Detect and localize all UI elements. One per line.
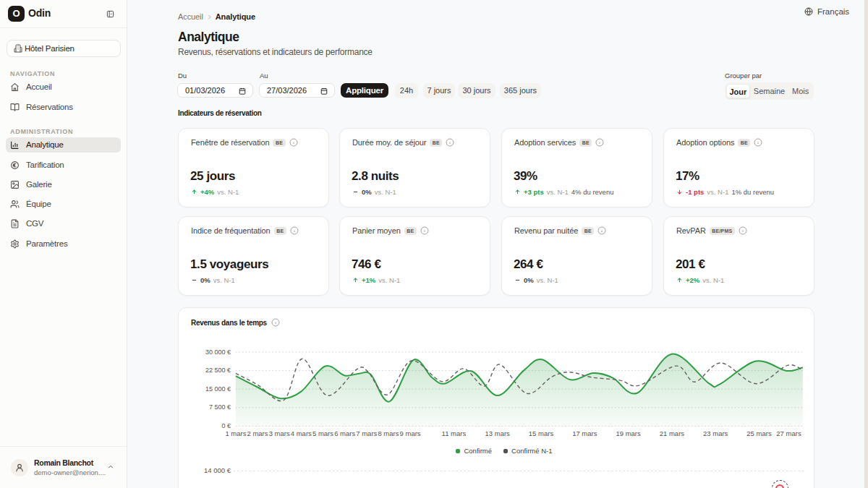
svg-text:8 mars: 8 mars <box>378 429 399 437</box>
svg-text:4 mars: 4 mars <box>291 429 312 437</box>
svg-text:7 mars: 7 mars <box>356 429 377 437</box>
svg-text:6 mars: 6 mars <box>334 429 355 437</box>
svg-text:30 000 €: 30 000 € <box>205 348 231 356</box>
svg-text:2 mars: 2 mars <box>247 429 268 437</box>
svg-text:1 mars: 1 mars <box>225 429 246 437</box>
svg-text:27 mars: 27 mars <box>776 429 801 437</box>
svg-text:17 mars: 17 mars <box>572 429 597 437</box>
svg-text:3 mars: 3 mars <box>269 429 290 437</box>
svg-text:7 500 €: 7 500 € <box>209 403 231 411</box>
svg-text:15 mars: 15 mars <box>529 429 554 437</box>
svg-text:0 €: 0 € <box>221 422 231 429</box>
svg-text:15 000 €: 15 000 € <box>205 385 231 393</box>
svg-text:22 500 €: 22 500 € <box>205 367 231 374</box>
svg-text:11 mars: 11 mars <box>442 429 467 437</box>
svg-text:19 mars: 19 mars <box>616 429 641 437</box>
svg-text:13 mars: 13 mars <box>485 429 511 437</box>
svg-text:9 mars: 9 mars <box>400 429 421 437</box>
svg-text:21 mars: 21 mars <box>660 429 685 437</box>
svg-text:5 mars: 5 mars <box>312 429 333 437</box>
svg-text:25 mars: 25 mars <box>746 429 772 437</box>
svg-text:23 mars: 23 mars <box>703 429 728 437</box>
